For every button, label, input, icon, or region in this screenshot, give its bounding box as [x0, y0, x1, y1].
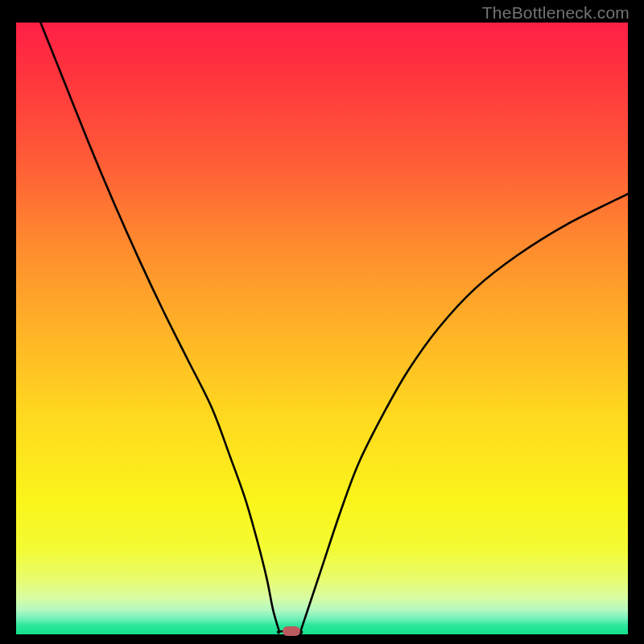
- curve-svg: [16, 23, 628, 634]
- optimum-marker: [283, 626, 300, 636]
- chart-frame: TheBottleneck.com: [0, 0, 644, 644]
- plot-area: [16, 23, 628, 634]
- bottleneck-curve: [40, 23, 628, 634]
- watermark-text: TheBottleneck.com: [482, 3, 630, 23]
